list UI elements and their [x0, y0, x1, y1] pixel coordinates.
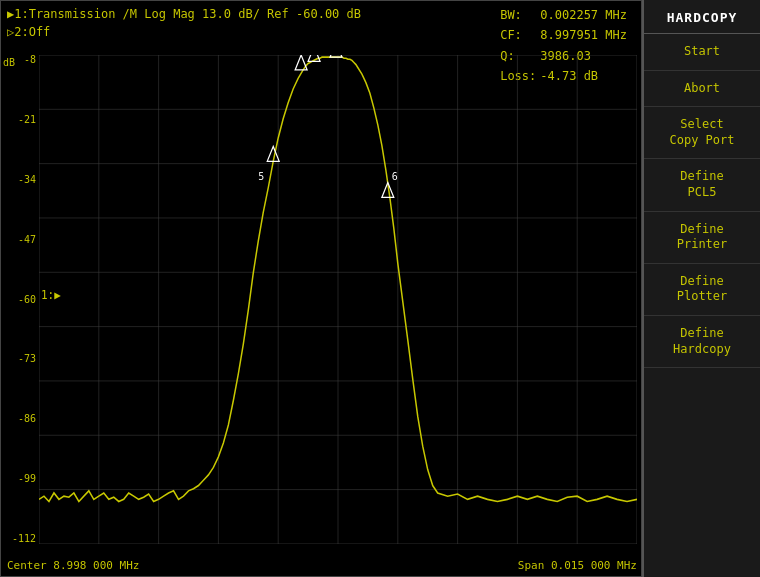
svg-marker-21: [330, 55, 342, 57]
trace2-label: ▷2:Off: [7, 23, 361, 41]
grid-svg: 1 3 4 5 6 1:▶: [39, 55, 637, 544]
y-label-2: -34: [18, 175, 36, 185]
y-label-8: -112: [12, 534, 36, 544]
trace1-label: ▶1:Transmission /M Log Mag 13.0 dB/ Ref …: [7, 5, 361, 23]
y-axis-labels: -8 -21 -34 -47 -60 -73 -86 -99 -112: [1, 55, 39, 544]
svg-text:5: 5: [258, 170, 264, 182]
x-axis-labels: Center 8.998 000 MHz Span 0.015 000 MHz: [7, 559, 637, 572]
svg-text:1:▶: 1:▶: [41, 288, 61, 302]
center-label: Center 8.998 000 MHz: [7, 559, 139, 572]
bw-label: BW:: [500, 5, 540, 25]
y-label-7: -99: [18, 474, 36, 484]
define-hardcopy-button[interactable]: Define Hardcopy: [644, 316, 760, 368]
y-label-3: -47: [18, 235, 36, 245]
bw-value: 0.002257 MHz: [540, 5, 631, 25]
chart-title: ▶1:Transmission /M Log Mag 13.0 dB/ Ref …: [7, 5, 361, 41]
cf-value: 8.997951 MHz: [540, 25, 631, 45]
chart-area: dB ▶1:Transmission /M Log Mag 13.0 dB/ R…: [0, 0, 642, 577]
y-label-1: -21: [18, 115, 36, 125]
sidebar-title: HARDCOPY: [644, 4, 760, 34]
y-label-4: -60: [18, 295, 36, 305]
span-label: Span 0.015 000 MHz: [518, 559, 637, 572]
define-pcl5-button[interactable]: Define PCL5: [644, 159, 760, 211]
define-printer-button[interactable]: Define Printer: [644, 212, 760, 264]
y-label-0: -8: [24, 55, 36, 65]
y-label-5: -73: [18, 354, 36, 364]
cf-label: CF:: [500, 25, 540, 45]
main-container: dB ▶1:Transmission /M Log Mag 13.0 dB/ R…: [0, 0, 760, 577]
y-label-6: -86: [18, 414, 36, 424]
select-copy-port-button[interactable]: Select Copy Port: [644, 107, 760, 159]
define-plotter-button[interactable]: Define Plotter: [644, 264, 760, 316]
abort-button[interactable]: Abort: [644, 71, 760, 108]
sidebar: HARDCOPY Start Abort Select Copy Port De…: [642, 0, 760, 577]
svg-text:6: 6: [392, 170, 398, 182]
start-button[interactable]: Start: [644, 34, 760, 71]
